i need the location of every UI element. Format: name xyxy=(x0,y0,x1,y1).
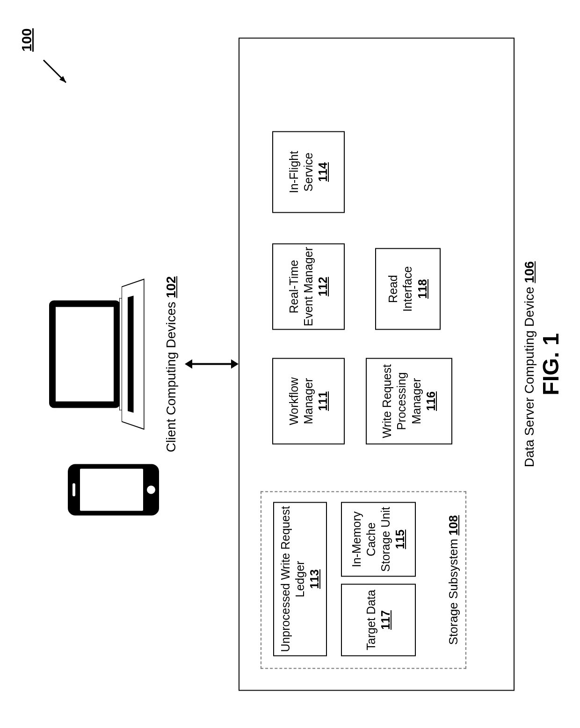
target-data-box: Target Data 117 xyxy=(341,584,416,656)
client-devices-group xyxy=(37,270,159,532)
storage-label-ref: 108 xyxy=(446,515,460,535)
write-request-processing-manager-box: Write Request Processing Manager 116 xyxy=(366,358,452,444)
laptop-icon xyxy=(49,286,159,422)
component-label: Target Data xyxy=(364,590,378,650)
in-memory-cache-box: In-Memory Cache Storage Unit 115 xyxy=(341,502,416,577)
client-label-ref: 102 xyxy=(164,276,178,298)
storage-subsystem-box: Unprocessed Write Request Ledger 113 Tar… xyxy=(261,491,466,669)
real-time-event-manager-box: Real-Time Event Manager 112 xyxy=(272,243,345,330)
component-label: Unprocessed Write Request Ledger xyxy=(278,505,308,653)
component-ref: 116 xyxy=(424,391,438,411)
client-computing-devices-label: Client Computing Devices 102 xyxy=(164,0,179,728)
unprocessed-write-request-ledger-box: Unprocessed Write Request Ledger 113 xyxy=(273,502,327,656)
bidirectional-arrow-icon xyxy=(185,358,239,370)
component-ref: 113 xyxy=(307,569,322,589)
component-ref: 117 xyxy=(378,610,393,630)
server-label-ref: 106 xyxy=(522,261,536,283)
storage-subsystem-label: Storage Subsystem 108 xyxy=(446,492,461,668)
storage-label-text: Storage Subsystem xyxy=(446,539,460,645)
figure-ref-arrow xyxy=(40,56,72,89)
client-label-text: Client Computing Devices xyxy=(164,302,178,452)
component-ref: 114 xyxy=(316,162,330,182)
component-label: Workflow Manager xyxy=(287,360,316,441)
figure-ref-100: 100 xyxy=(19,28,35,51)
in-flight-service-box: In-Flight Service 114 xyxy=(272,131,345,213)
component-label: In-Memory Cache Storage Unit xyxy=(349,505,393,574)
server-label-text: Data Server Computing Device xyxy=(522,287,536,467)
component-ref: 118 xyxy=(415,279,430,299)
svg-marker-4 xyxy=(231,360,239,369)
svg-marker-3 xyxy=(185,360,192,369)
figure-number-label: FIG. 1 xyxy=(538,0,564,728)
component-ref: 112 xyxy=(316,277,330,296)
data-server-label: Data Server Computing Device 106 xyxy=(522,38,537,690)
smartphone-icon xyxy=(68,464,159,515)
read-interface-box: Read Interface 118 xyxy=(375,248,441,330)
component-ref: 111 xyxy=(316,391,330,411)
data-server-box: Unprocessed Write Request Ledger 113 Tar… xyxy=(239,37,515,691)
workflow-manager-box: Workflow Manager 111 xyxy=(272,358,345,444)
component-label: Real-Time Event Manager xyxy=(287,246,316,327)
component-ref: 115 xyxy=(393,529,407,549)
component-label: Write Request Processing Manager xyxy=(380,360,424,441)
component-label: In-Flight Service xyxy=(287,134,316,210)
component-label: Read Interface xyxy=(386,251,415,327)
